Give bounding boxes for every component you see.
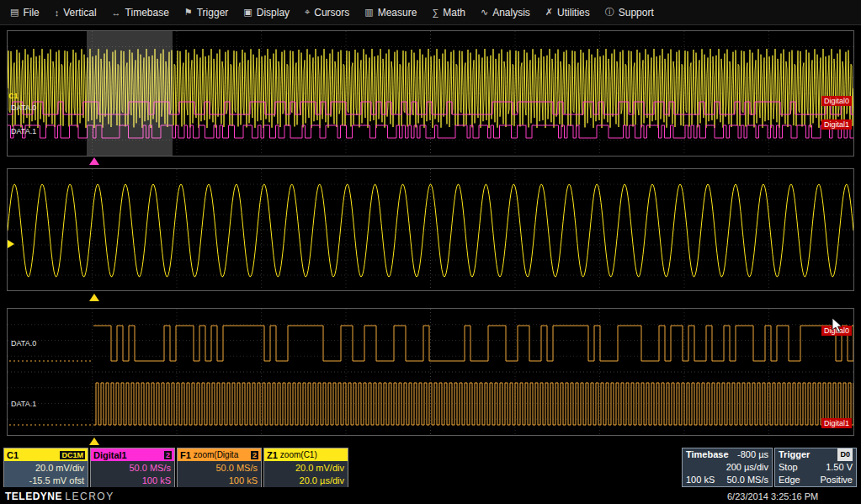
menu-trigger-label: Trigger [197,7,229,19]
f1-sample-rate: 50.0 MS/s [178,462,258,475]
timebase-title: Timebase [686,448,729,461]
timebase-header-row: Timebase -800 µs [683,448,772,461]
menu-analysis[interactable]: ∿ Analysis [481,7,530,19]
trigger-header-row: Trigger D0 [775,448,856,461]
c1-offset-marker[interactable]: C1 [8,92,19,100]
brand-teledyne: TELEDYNE [5,491,62,502]
z1-zoom-waveform[interactable] [8,169,853,290]
menu-measure[interactable]: ▥ Measure [364,7,417,19]
digital1-sample-rate: 50.0 MS/s [91,462,171,475]
z1-zoom-position-marker[interactable] [89,294,99,301]
mixed-signal-grid[interactable]: C1 DATA.0 DATA.1 Digital0 Digital1 [7,30,854,157]
menu-utilities[interactable]: ✗ Utilities [545,7,590,19]
timebase-record-length: 100 kS [686,474,715,486]
descriptor-c1-header: C1 DC1M [4,448,88,461]
menu-utilities-label: Utilities [557,7,590,19]
oscilloscope-screen: ▤ File ↕ Vertical ↔ Timebase ⚑ Trigger ▣… [0,0,861,504]
menu-support-label: Support [619,7,654,19]
trigger-mode-row: Stop 1.50 V [775,461,856,474]
descriptor-z1-header: Z1 zoom(C1) [264,448,348,461]
trigger-position-marker[interactable] [89,157,99,165]
trigger-flag-icon: ⚑ [184,7,193,18]
descriptor-f1-header: F1 zoom(Digita 2 [178,448,261,461]
menu-analysis-label: Analysis [492,7,530,19]
timebase-offset: -800 µs [737,448,768,461]
digital1-count-badge: 2 [164,451,172,459]
menu-vertical-label: Vertical [63,7,96,19]
trigger-type-row: Edge Positive [775,474,856,486]
digital0-badge: Digital0 [821,96,852,106]
menu-bar: ▤ File ↕ Vertical ↔ Timebase ⚑ Trigger ▣… [0,0,861,25]
timebase-sample-rate: 50.0 MS/s [726,474,768,486]
waveform-icon: ∿ [481,7,488,18]
c1-vertical-scale: 20.0 mV/div [4,462,84,475]
descriptor-z1-title: Z1 [267,450,278,460]
digital1-record-length: 100 kS [91,475,171,487]
descriptor-digital1-title: Digital1 [93,450,127,460]
status-bar: TELEDYNE LECROY 6/23/2014 3:25:16 PM [0,490,861,504]
zoom-data0-label: DATA.0 [11,339,36,347]
f1-count-badge: 2 [251,451,258,459]
menu-file[interactable]: ▤ File [10,7,40,19]
descriptor-f1-function: zoom(Digita [194,450,238,459]
descriptor-c1-title: C1 [7,450,19,460]
math-sigma-icon: ∑ [432,8,438,18]
menu-support[interactable]: ⓘ Support [605,6,654,19]
f1-digital-zoom-grid[interactable]: DATA.0 DATA.1 Digital0 Digital1 [7,308,854,436]
descriptor-c1[interactable]: C1 DC1M 20.0 mV/div -15.5 mV ofst [3,448,88,487]
descriptor-z1-body: 20.0 mV/div 20.0 µs/div [264,461,348,487]
trigger-title: Trigger [779,448,810,461]
display-icon: ▣ [243,7,252,18]
file-icon: ▤ [10,7,19,18]
menu-vertical[interactable]: ↕ Vertical [55,7,97,19]
z1-time-scale: 20.0 µs/div [264,475,344,487]
f1-digital-zoom-waveforms[interactable] [8,309,853,435]
data0-label: DATA.0 [11,103,36,112]
vertical-arrows-icon: ↕ [55,8,60,18]
menu-timebase-label: Timebase [125,7,169,19]
menu-math[interactable]: ∑ Math [432,7,465,19]
coupling-badge: DC1M [60,451,85,459]
mixed-signal-waveforms[interactable] [8,31,853,156]
trigger-mode: Stop [779,461,798,474]
c1-offset: -15.5 mV ofst [4,475,84,487]
trigger-type: Edge [779,474,800,486]
f1-zoom-position-marker[interactable] [89,438,99,445]
menu-display-label: Display [257,7,290,19]
zoom-digital1-badge: Digital1 [821,418,852,428]
mouse-cursor [832,317,845,337]
menu-file-label: File [23,7,39,19]
timebase-scale: 200 µs/div [726,461,768,474]
menu-measure-label: Measure [378,7,417,19]
descriptor-digital1[interactable]: Digital1 2 50.0 MS/s 100 kS [90,448,175,487]
descriptor-f1-body: 50.0 MS/s 100 kS [178,461,261,487]
descriptor-z1[interactable]: Z1 zoom(C1) 20.0 mV/div 20.0 µs/div [263,448,348,487]
descriptor-c1-body: 20.0 mV/div -15.5 mV ofst [4,461,88,487]
timebase-descriptor[interactable]: Timebase -800 µs 200 µs/div 100 kS 50.0 … [682,448,773,487]
f1-record-length: 100 kS [178,475,258,487]
info-icon: ⓘ [605,6,614,19]
datetime-display: 6/23/2014 3:25:16 PM [727,491,818,501]
digital1-badge: Digital1 [821,119,852,130]
z1-offset-marker[interactable] [8,240,14,248]
menu-math-label: Math [443,7,465,19]
descriptor-z1-function: zoom(C1) [280,450,317,459]
menu-cursors-label: Cursors [314,7,349,19]
menu-timebase[interactable]: ↔ Timebase [112,7,169,19]
timebase-scale-row: 200 µs/div [683,461,772,474]
trigger-level: 1.50 V [826,461,853,474]
trigger-descriptor[interactable]: Trigger D0 Stop 1.50 V Edge Positive [774,448,857,487]
descriptor-f1-title: F1 [180,450,191,460]
z1-vertical-scale: 20.0 mV/div [264,462,344,475]
descriptor-f1[interactable]: F1 zoom(Digita 2 50.0 MS/s 100 kS [177,448,262,487]
crosshair-icon: ⌖ [305,7,310,18]
menu-cursors[interactable]: ⌖ Cursors [305,7,349,19]
z1-zoom-grid[interactable] [7,168,854,291]
menu-trigger[interactable]: ⚑ Trigger [184,7,228,19]
teledyne-lecroy-logo: TELEDYNE LECROY [5,491,114,502]
trigger-source-badge: D0 [837,448,853,461]
trigger-slope: Positive [820,474,853,486]
data1-label: DATA.1 [11,127,36,135]
descriptor-digital1-header: Digital1 2 [91,448,174,461]
menu-display[interactable]: ▣ Display [243,7,290,19]
